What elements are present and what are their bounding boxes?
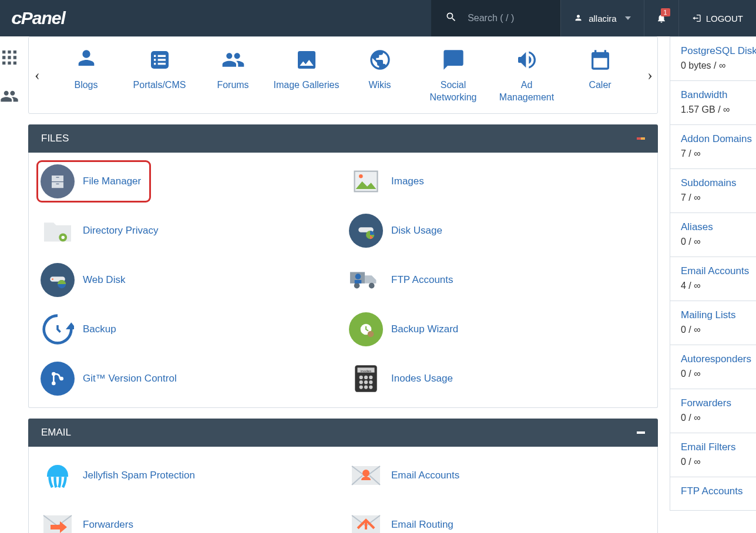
image-icon (295, 48, 318, 72)
list-icon (148, 48, 172, 72)
stat-autoresponders[interactable]: Autoresponders0 / ∞ (670, 345, 756, 389)
grid-icon[interactable] (0, 48, 19, 69)
truck-icon (349, 268, 383, 292)
stats-sidebar: PostgreSQL Disk Usage0 bytes / ∞ Bandwid… (670, 36, 756, 533)
group-icon (221, 48, 245, 72)
svg-rect-6 (157, 63, 165, 65)
svg-point-42 (362, 470, 369, 477)
app-portals[interactable]: Portals/CMS (126, 45, 193, 104)
app-blogs[interactable]: Blogs (52, 45, 120, 104)
globe-icon (368, 48, 392, 72)
search-icon (445, 11, 457, 25)
svg-point-38 (369, 380, 372, 384)
carousel-prev-button[interactable]: ‹ (35, 66, 40, 84)
top-bar: ccPanelPanel allacira 1 LOGOUT (0, 0, 756, 36)
caret-down-icon (625, 16, 631, 20)
forwarders-link[interactable]: Forwarders (41, 508, 337, 533)
logout-button[interactable]: LOGOUT (678, 0, 756, 36)
side-nav (0, 36, 19, 533)
notifications-button[interactable]: 1 (644, 0, 678, 36)
app-forums[interactable]: Forums (199, 45, 267, 104)
app-social[interactable]: Social Networking (419, 45, 487, 104)
svg-point-12 (359, 174, 363, 178)
svg-point-37 (364, 380, 368, 384)
inodes-link[interactable]: inodes Inodes Usage (349, 362, 646, 396)
logout-icon (692, 14, 701, 23)
svg-rect-4 (157, 59, 165, 60)
calculator-icon: inodes (351, 363, 381, 394)
images-link[interactable]: Images (349, 164, 646, 198)
files-section-header[interactable]: FILES (28, 124, 658, 153)
svg-point-33 (359, 375, 363, 379)
file-manager-link[interactable]: File Manager (41, 164, 147, 198)
envelope-arrow-icon (41, 512, 74, 533)
backup-clock-icon (41, 313, 74, 346)
svg-point-35 (369, 375, 372, 379)
envelope-user-icon (350, 463, 382, 488)
email-section-header[interactable]: EMAIL (28, 419, 658, 447)
app-gallery[interactable]: Image Galleries (273, 45, 340, 104)
stat-mailing-lists[interactable]: Mailing Lists0 / ∞ (670, 301, 756, 345)
email-accounts-link[interactable]: Email Accounts (349, 458, 646, 492)
search-input[interactable] (468, 13, 544, 23)
directory-privacy-link[interactable]: Directory Privacy (41, 214, 337, 248)
backup-wizard-link[interactable]: Backup Wizard (349, 312, 646, 346)
app-ad[interactable]: Ad Management (493, 45, 560, 104)
jellyfish-link[interactable]: Jellyfish Spam Protection (41, 458, 337, 492)
app-calendar[interactable]: Caler (566, 45, 634, 104)
svg-point-27 (52, 372, 56, 376)
stat-ftp-accounts[interactable]: FTP Accounts (670, 477, 756, 511)
calendar-icon (589, 48, 612, 72)
stat-forwarders[interactable]: Forwarders0 / ∞ (670, 389, 756, 433)
collapse-icon (637, 431, 645, 434)
svg-point-22 (369, 282, 375, 288)
stat-aliases[interactable]: Aliases0 / ∞ (670, 213, 756, 257)
svg-point-28 (52, 381, 56, 385)
username: allacira (589, 14, 617, 23)
svg-point-23 (355, 274, 361, 279)
stat-email-accounts[interactable]: Email Accounts4 / ∞ (670, 257, 756, 301)
search-box[interactable] (431, 0, 560, 36)
notification-badge: 1 (661, 8, 670, 16)
files-section-body: File Manager Images Directory Privacy Di… (28, 153, 658, 408)
disk-pie-icon (356, 221, 376, 241)
users-icon[interactable] (0, 87, 19, 108)
svg-point-36 (359, 380, 363, 384)
svg-text:inodes: inodes (361, 368, 371, 372)
chat-icon (442, 48, 465, 72)
backup-link[interactable]: Backup (41, 312, 337, 346)
svg-point-41 (369, 385, 372, 389)
images-icon (351, 166, 381, 197)
svg-point-26 (368, 330, 374, 337)
disk-usage-link[interactable]: Disk Usage (349, 214, 646, 248)
git-link[interactable]: Git™ Version Control (41, 362, 337, 396)
stat-bandwidth[interactable]: Bandwidth1.57 GB / ∞ (670, 81, 756, 125)
carousel-next-button[interactable]: › (647, 66, 653, 84)
server-globe-icon (48, 270, 68, 290)
collapse-icon (637, 137, 645, 140)
svg-rect-2 (157, 55, 165, 57)
envelope-route-icon (350, 512, 382, 533)
svg-point-39 (359, 385, 363, 389)
user-menu[interactable]: allacira (560, 0, 644, 36)
wizard-clock-icon (357, 320, 375, 339)
svg-rect-8 (52, 182, 63, 188)
svg-point-40 (364, 385, 368, 389)
stat-subdomains[interactable]: Subdomains7 / ∞ (670, 169, 756, 213)
logo[interactable]: ccPanelPanel (0, 8, 77, 28)
svg-rect-1 (154, 55, 156, 57)
blog-icon (75, 48, 98, 72)
svg-point-18 (52, 278, 53, 280)
stat-postgresql[interactable]: PostgreSQL Disk Usage0 bytes / ∞ (670, 36, 756, 81)
svg-point-34 (364, 375, 368, 379)
stat-email-filters[interactable]: Email Filters0 / ∞ (670, 433, 756, 477)
jellyfish-icon (42, 460, 73, 491)
web-disk-link[interactable]: Web Disk (41, 263, 337, 297)
svg-point-21 (354, 282, 360, 288)
user-icon (574, 14, 583, 23)
ftp-accounts-link[interactable]: FTP Accounts (349, 263, 646, 297)
app-wikis[interactable]: Wikis (346, 45, 414, 104)
git-icon (48, 369, 67, 388)
stat-addon-domains[interactable]: Addon Domains7 / ∞ (670, 125, 756, 169)
email-routing-link[interactable]: Email Routing (349, 508, 646, 533)
